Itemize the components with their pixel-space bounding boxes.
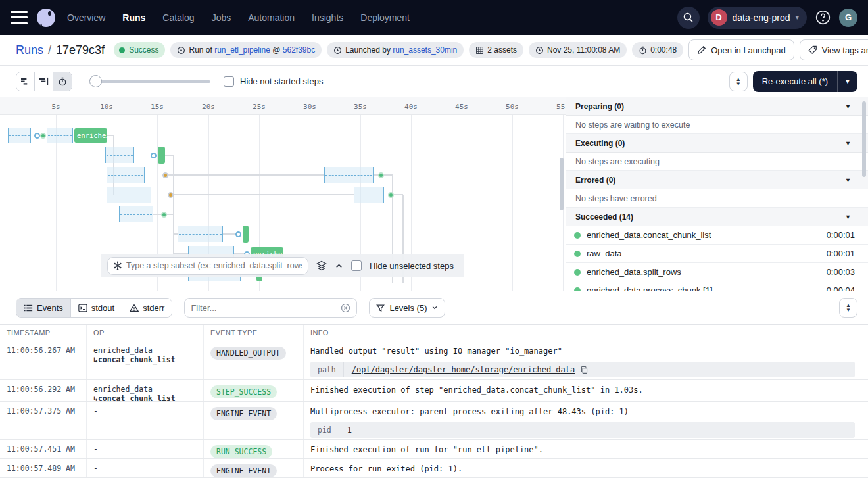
gantt-waiting-box[interactable]	[324, 167, 374, 183]
gantt-waiting-box[interactable]	[47, 128, 73, 143]
event-info: Finished execution of step "enriched_dat…	[304, 380, 868, 401]
gantt-dot-green[interactable]	[378, 172, 384, 178]
event-timestamp: 11:00:57.375 AM	[0, 402, 87, 439]
gantt-mode-flat-icon[interactable]	[16, 72, 35, 91]
view-tags-config-button[interactable]: View tags and config	[800, 39, 868, 60]
step-subset-input[interactable]	[126, 261, 302, 270]
tag-text: 0:00:48	[650, 45, 677, 55]
dagster-logo-icon[interactable]	[37, 9, 55, 27]
gantt-waiting-box[interactable]	[107, 187, 151, 203]
search-icon[interactable]	[677, 7, 700, 29]
step-duration: 0:00:01	[827, 249, 855, 258]
tab-events[interactable]: Events	[16, 299, 71, 317]
gantt-dot-orange[interactable]	[162, 172, 168, 178]
step-row[interactable]: enriched_data.concat_chunk_list0:00:01	[566, 226, 868, 245]
col-info: INFO	[304, 325, 868, 341]
chevron-up-icon[interactable]	[335, 262, 343, 270]
run-tag[interactable]: Run of run_etl_pipeline @ 562f39bc	[170, 42, 322, 58]
gantt-dot-open[interactable]	[151, 153, 157, 158]
avatar[interactable]: G	[839, 9, 857, 27]
tab-stdout[interactable]: stdout	[71, 299, 122, 317]
connector-line	[165, 155, 174, 156]
gantt-dot-green[interactable]	[388, 192, 394, 198]
section-header[interactable]: Errored (0)▾	[566, 171, 868, 189]
run-tag[interactable]: Nov 25, 11:00:08 AM	[529, 42, 627, 58]
event-row[interactable]: 11:00:57.375 AM-ENGINE_EVENTMultiprocess…	[0, 402, 868, 440]
breadcrumb-runs-link[interactable]: Runs	[16, 43, 43, 57]
connector-line	[394, 194, 403, 195]
nav-item-insights[interactable]: Insights	[312, 12, 343, 23]
help-icon[interactable]	[815, 9, 831, 26]
gantt-step-bar[interactable]	[243, 226, 249, 243]
section-header[interactable]: Preparing (0)▾	[566, 97, 868, 116]
layers-icon[interactable]	[316, 260, 327, 271]
gantt-scrollbar[interactable]	[560, 158, 564, 210]
status-dot	[119, 47, 125, 53]
gantt-step-bar[interactable]: enriche…	[74, 128, 107, 143]
gantt-mode-waterfall-icon[interactable]	[35, 72, 53, 91]
expand-log-button[interactable]: ▲▼	[839, 298, 857, 318]
zoom-slider[interactable]	[91, 80, 210, 83]
event-row[interactable]: 11:00:56.267 AMenriched_data↳concat_chun…	[0, 341, 868, 380]
log-filter-input[interactable]	[191, 303, 337, 313]
grid-icon	[475, 46, 484, 55]
gantt-dot-open[interactable]	[34, 133, 40, 139]
gantt-dot-green[interactable]	[161, 212, 167, 218]
gantt-mode-timed-icon[interactable]	[53, 72, 72, 91]
menu-icon[interactable]	[11, 11, 28, 24]
event-row[interactable]: 11:00:56.292 AMenriched_data↳concat_chun…	[0, 380, 868, 402]
section-header[interactable]: Executing (0)▾	[566, 134, 868, 153]
metadata-value[interactable]: /opt/dagster/dagster_home/storage/enrich…	[344, 364, 597, 375]
event-metadata: pid1	[310, 422, 855, 438]
nav-item-catalog[interactable]: Catalog	[162, 12, 194, 23]
hide-unselected-label: Hide unselected steps	[370, 261, 454, 271]
hide-not-started-checkbox[interactable]	[224, 76, 234, 87]
reexecute-dropdown-caret[interactable]: ▼	[837, 71, 857, 92]
levels-dropdown[interactable]: Levels (5)	[369, 298, 445, 318]
gantt-waiting-box[interactable]	[354, 187, 384, 203]
hide-not-started-label: Hide not started steps	[240, 76, 323, 86]
panel-scrollbar[interactable]	[862, 101, 866, 177]
gantt-dot-orange[interactable]	[168, 192, 174, 198]
gantt-waiting-box[interactable]	[8, 128, 31, 143]
nav-item-deployment[interactable]: Deployment	[360, 12, 410, 23]
event-row[interactable]: 11:00:57.489 AM-ENGINE_EVENTProcess for …	[0, 459, 868, 478]
step-row[interactable]: raw_data0:00:01	[566, 245, 868, 263]
section-header[interactable]: Succeeded (14)▾	[566, 208, 868, 226]
gantt-waiting-box[interactable]	[107, 167, 145, 183]
run-tag[interactable]: 0:00:48	[632, 42, 683, 58]
run-tag[interactable]: 2 assets	[469, 42, 523, 58]
copy-icon[interactable]	[580, 366, 589, 374]
tab-stderr[interactable]: stderr	[122, 299, 172, 317]
sort-steps-button[interactable]: ▲▼	[729, 72, 748, 91]
open-in-launchpad-button[interactable]: Open in Launchpad	[688, 39, 794, 60]
nav-item-automation[interactable]: Automation	[248, 12, 295, 23]
col-timestamp: TIMESTAMP	[0, 325, 87, 341]
event-op: enriched_data↳concat_chunk_list	[87, 380, 204, 401]
gantt-dot-open[interactable]	[235, 231, 241, 237]
chevron-down-icon: ▾	[846, 139, 859, 147]
nav-item-runs[interactable]: Runs	[122, 12, 145, 23]
gantt-waiting-box[interactable]	[178, 226, 223, 242]
timeline-tick: 30s	[303, 103, 316, 111]
gantt-waiting-box[interactable]	[105, 147, 134, 163]
event-info: Finished execution of run for "run_etl_p…	[304, 440, 868, 458]
clear-filter-icon[interactable]	[341, 303, 350, 313]
event-info: Handled output "result" using IO manager…	[304, 341, 868, 379]
event-row[interactable]: 11:00:57.451 AM-RUN_SUCCESSFinished exec…	[0, 440, 868, 459]
nav-item-jobs[interactable]: Jobs	[212, 12, 231, 23]
gantt-dot-green[interactable]	[40, 133, 46, 139]
run-tag[interactable]: Launched by run_assets_30min	[327, 42, 464, 58]
event-op: -	[87, 402, 204, 439]
step-row[interactable]: enriched_data.split_rows0:00:03	[566, 263, 868, 281]
step-status-panel: Preparing (0)▾No steps are waiting to ex…	[566, 97, 868, 291]
reexecute-button[interactable]: Re-execute all (*) ▼	[753, 71, 857, 92]
zoom-slider-knob[interactable]	[89, 75, 102, 87]
nav-item-overview[interactable]: Overview	[67, 12, 105, 23]
step-row[interactable]: enriched_data.process_chunk [1]0:00:04	[566, 281, 868, 291]
gantt-step-bar[interactable]	[158, 147, 165, 164]
event-table-header: TIMESTAMP OP EVENT TYPE INFO	[0, 325, 868, 341]
workspace-switcher[interactable]: D data-eng-prod ▾	[708, 7, 807, 29]
hide-unselected-checkbox[interactable]	[351, 260, 362, 271]
gantt-waiting-box[interactable]	[119, 206, 153, 222]
